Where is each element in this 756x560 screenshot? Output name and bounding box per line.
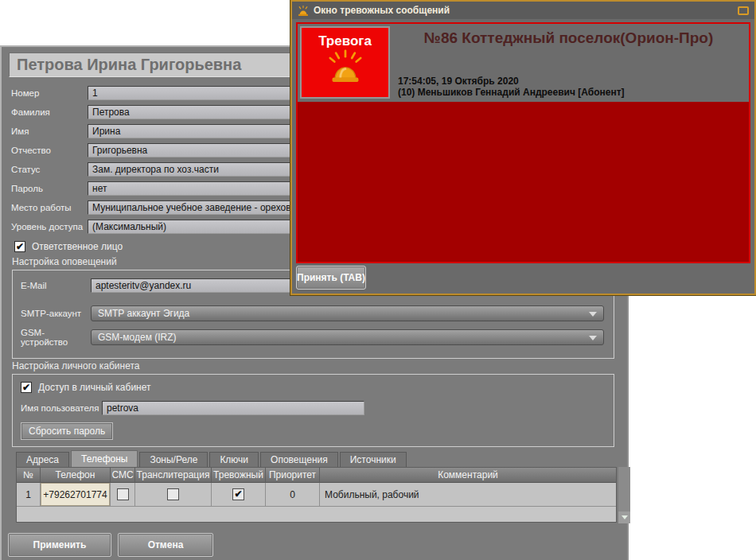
maximize-button[interactable]: [738, 6, 749, 15]
row-alarm-cell: ✔: [212, 483, 266, 507]
alarm-event-meta: 17:54:05, 19 Октябрь 2020 (10) Меньшиков…: [398, 76, 625, 98]
field-label: Отчество: [11, 146, 88, 155]
field-label: Номер: [11, 88, 88, 98]
cabinet-access-checkbox[interactable]: ✔: [21, 382, 32, 393]
alarm-event-time: 17:54:05, 19 Октябрь 2020: [398, 76, 625, 87]
chevron-down-icon: [589, 336, 597, 340]
responsible-person-checkbox-row: ✔ Ответственное лицо: [14, 241, 123, 252]
header-translit[interactable]: Транслитерация: [135, 468, 212, 483]
bottom-tab-bar: Адреса Телефоны Зоны/Реле Ключи Оповещен…: [16, 450, 407, 467]
arrow-down-icon: [622, 515, 628, 519]
alarm-event-subscriber: (10) Меньшиков Геннадий Андреевич [Абоне…: [398, 87, 625, 98]
tab-phones[interactable]: Телефоны: [71, 450, 138, 467]
responsible-person-checkbox[interactable]: ✔: [14, 241, 25, 252]
gsm-device-select[interactable]: GSM-модем (IRZ): [91, 329, 604, 345]
cancel-button[interactable]: Отмена: [118, 533, 213, 557]
alarm-window-titlebar[interactable]: Окно тревожных сообщений: [292, 2, 754, 19]
alarm-window-title: Окно тревожных сообщений: [314, 5, 450, 16]
tab-notifications[interactable]: Оповещения: [260, 452, 338, 467]
table-row[interactable]: 1 +79262701774 ✔ 0 Мобильный, рабочий: [17, 483, 616, 507]
field-label: Статус: [11, 165, 88, 174]
alarm-message-header: Тревога №86 Коттеджный поселок(Орион-Про…: [298, 24, 749, 102]
field-label: Уровень доступа: [11, 222, 88, 231]
siren-icon: [298, 6, 309, 16]
chevron-down-icon: [589, 312, 597, 317]
smtp-row: SMTP-аккаунт SMTP аккаунт Эгида: [21, 305, 604, 321]
email-label: E-Mail: [21, 281, 91, 290]
tab-keys[interactable]: Ключи: [209, 452, 259, 467]
row-comment-cell[interactable]: Мобильный, рабочий: [320, 483, 616, 507]
header-sms[interactable]: СМС: [111, 468, 135, 483]
alarm-event-title: №86 Коттеджный поселок(Орион-Про): [393, 29, 744, 47]
field-label: Фамилия: [11, 107, 88, 117]
field-label: Имя: [11, 126, 88, 136]
reset-password-button[interactable]: Сбросить пароль: [21, 422, 113, 440]
username-label: Имя пользователя: [21, 403, 102, 413]
username-field[interactable]: petrova: [102, 401, 364, 415]
cabinet-group-title: Настройка личного кабинета: [12, 360, 140, 371]
phones-table: № Телефон СМС Транслитерация Тревожный П…: [16, 467, 617, 523]
field-label: Пароль: [11, 184, 88, 193]
phones-table-header: № Телефон СМС Транслитерация Тревожный П…: [17, 468, 616, 483]
row-num-cell[interactable]: 1: [17, 483, 41, 507]
alarm-checkbox[interactable]: ✔: [232, 488, 244, 500]
gsm-label: GSM-устройство: [21, 328, 91, 347]
header-priority[interactable]: Приоритет: [266, 468, 320, 483]
scroll-down-button[interactable]: [618, 511, 630, 523]
cabinet-group: ✔ Доступ в личный кабинет Имя пользовате…: [12, 374, 614, 447]
responsible-person-label: Ответственное лицо: [32, 241, 123, 252]
username-row: Имя пользователя petrova: [21, 401, 604, 415]
siren-icon: [326, 49, 364, 83]
row-phone-cell[interactable]: +79262701774: [41, 483, 111, 507]
alarm-message-panel: Тревога №86 Коттеджный поселок(Орион-Про…: [296, 22, 750, 263]
row-translit-cell: [135, 483, 212, 507]
header-num[interactable]: №: [17, 468, 41, 483]
translit-checkbox[interactable]: [167, 488, 179, 500]
cabinet-access-label: Доступ в личный кабинет: [38, 382, 151, 393]
smtp-label: SMTP-аккаунт: [21, 309, 91, 318]
sms-checkbox[interactable]: [117, 488, 129, 500]
alarm-status-label: Тревога: [302, 33, 388, 49]
table-vertical-scrollbar[interactable]: [618, 467, 630, 523]
tab-zones-relays[interactable]: Зоны/Реле: [139, 452, 208, 467]
alarm-status-box: Тревога: [300, 26, 390, 99]
notifications-group-title: Настройка оповещений: [12, 256, 117, 267]
cabinet-access-checkbox-row: ✔ Доступ в личный кабинет: [21, 382, 604, 393]
table-empty-area: [17, 507, 616, 522]
smtp-account-value: SMTP аккаунт Эгида: [98, 308, 189, 319]
field-label: Место работы: [11, 203, 88, 212]
alarm-details-area: [298, 102, 749, 262]
tab-addresses[interactable]: Адреса: [16, 452, 69, 467]
alarm-messages-window: Окно тревожных сообщений Тревога: [290, 0, 756, 295]
gsm-device-value: GSM-модем (IRZ): [98, 332, 177, 343]
header-phone[interactable]: Телефон: [41, 468, 111, 483]
row-sms-cell: [111, 483, 135, 507]
apply-button[interactable]: Применить: [8, 533, 111, 557]
header-comment[interactable]: Комментарий: [320, 468, 616, 483]
tab-sources[interactable]: Источники: [340, 452, 407, 467]
header-alarm[interactable]: Тревожный: [212, 468, 266, 483]
accept-alarm-button[interactable]: Принять (TAB): [296, 266, 366, 290]
gsm-row: GSM-устройство GSM-модем (IRZ): [21, 328, 604, 347]
smtp-account-select[interactable]: SMTP аккаунт Эгида: [91, 305, 604, 321]
row-priority-cell[interactable]: 0: [266, 483, 320, 507]
